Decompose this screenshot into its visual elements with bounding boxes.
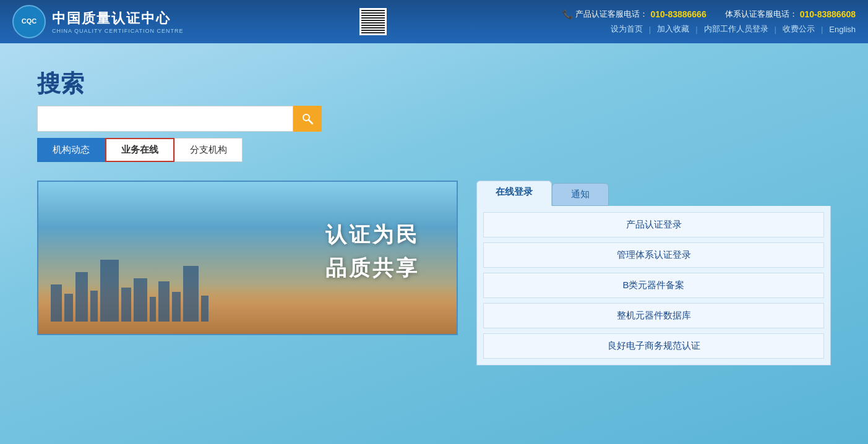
building-3 [75, 272, 88, 322]
search-button[interactable] [293, 106, 322, 132]
logo-title-cn: 中国质量认证中心 [52, 9, 184, 28]
header: CQC 中国质量认证中心 CHINA QUALITY CERTIFICATION… [0, 0, 868, 43]
tab-jigou[interactable]: 机构动态 [37, 138, 105, 162]
fees-link[interactable]: 收费公示 [783, 23, 815, 35]
phone-product-label: 产品认证客服电话： [575, 9, 648, 20]
search-icon [301, 113, 314, 125]
logo-text: 中国质量认证中心 CHINA QUALITY CERTIFICATION CEN… [52, 9, 184, 34]
divider-4: | [821, 25, 823, 34]
search-row [37, 106, 322, 132]
tab-row: 机构动态 业务在线 分支机构 [37, 138, 831, 162]
svg-line-1 [309, 120, 312, 124]
building-4 [90, 291, 98, 322]
building-10 [172, 292, 181, 322]
phone-system-label: 体系认证客服电话： [725, 9, 797, 20]
qr-code-image [359, 8, 387, 35]
building-2 [64, 294, 73, 322]
divider-3: | [775, 25, 776, 34]
search-title: 搜索 [37, 68, 831, 100]
banner-buildings [51, 260, 208, 322]
login-system-btn[interactable]: 管理体系认证登录 [483, 242, 824, 268]
right-panel: 在线登录 通知 产品认证登录 管理体系认证登录 B类元器件备案 整机元器件数据库… [476, 181, 831, 365]
set-home-link[interactable]: 设为首页 [611, 23, 643, 35]
tab-yewu[interactable]: 业务在线 [105, 138, 174, 162]
building-11 [183, 266, 199, 322]
logo-icon: CQC [12, 5, 46, 38]
phone-system: 体系认证客服电话： 010-83886608 [725, 9, 856, 20]
panel-tab-login[interactable]: 在线登录 [476, 181, 552, 206]
building-5 [100, 260, 119, 322]
search-input[interactable] [37, 106, 293, 132]
panel-tab-notice[interactable]: 通知 [552, 183, 609, 206]
main-content: 搜索 机构动态 业务在线 分支机构 [0, 43, 868, 384]
english-link[interactable]: English [829, 25, 856, 34]
header-left: CQC 中国质量认证中心 CHINA QUALITY CERTIFICATION… [12, 5, 184, 38]
header-right: 📞 产品认证客服电话： 010-83886666 体系认证客服电话： 010-8… [562, 9, 856, 35]
phone-product: 📞 产品认证客服电话： 010-83886666 [562, 9, 706, 20]
panel-body: 产品认证登录 管理体系认证登录 B类元器件备案 整机元器件数据库 良好电子商务规… [476, 206, 831, 365]
favorite-link[interactable]: 加入收藏 [657, 23, 689, 35]
login-product-btn[interactable]: 产品认证登录 [483, 212, 824, 237]
tab-fenzhi[interactable]: 分支机构 [174, 138, 243, 162]
banner-line2: 品质共享 [325, 254, 419, 283]
banner-text: 认证为民 品质共享 [325, 221, 419, 283]
building-9 [158, 281, 170, 322]
banner-image: 认证为民 品质共享 [37, 181, 458, 335]
phone-icon-1: 📞 [562, 9, 573, 19]
phone-product-number: 010-83886666 [650, 9, 706, 19]
building-1 [51, 284, 62, 322]
internal-login-link[interactable]: 内部工作人员登录 [704, 23, 768, 35]
phone-numbers: 📞 产品认证客服电话： 010-83886666 体系认证客服电话： 010-8… [562, 9, 856, 20]
header-qr [359, 8, 387, 35]
login-db-btn[interactable]: 整机元器件数据库 [483, 303, 824, 328]
panel-tabs: 在线登录 通知 [476, 181, 831, 206]
building-12 [201, 296, 208, 322]
divider-2: | [695, 25, 697, 34]
building-6 [121, 288, 131, 322]
building-7 [134, 278, 147, 322]
header-links: 设为首页 | 加入收藏 | 内部工作人员登录 | 收费公示 | English [611, 23, 856, 35]
content-area: 认证为民 品质共享 在线登录 通知 产品认证登录 管理体系认证登录 B类元器件备… [37, 181, 831, 365]
building-8 [150, 297, 156, 322]
login-b-type-btn[interactable]: B类元器件备案 [483, 273, 824, 298]
login-ecommerce-btn[interactable]: 良好电子商务规范认证 [483, 333, 824, 359]
search-section: 搜索 机构动态 业务在线 分支机构 [37, 68, 831, 162]
divider-1: | [649, 25, 651, 34]
phone-system-number: 010-83886608 [800, 9, 856, 19]
logo-title-en: CHINA QUALITY CERTIFICATION CENTRE [52, 28, 184, 34]
banner-line1: 认证为民 [325, 221, 419, 249]
